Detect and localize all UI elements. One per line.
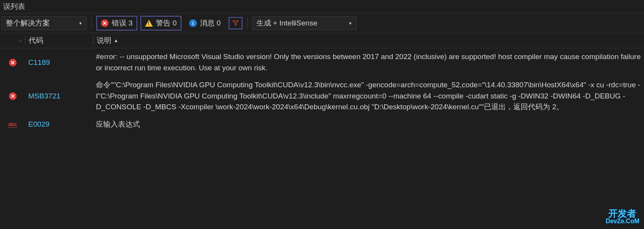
chevron-down-icon: ▼ (79, 21, 82, 25)
error-description: 应输入表达式 (93, 119, 644, 130)
messages-filter-button[interactable]: i 消息 0 (184, 16, 225, 31)
errors-count-label: 错误 3 (112, 18, 133, 28)
error-icon: ✕ (9, 92, 17, 100)
watermark-line2: DevZe.CoM (606, 218, 639, 224)
error-icon: ✕ (101, 19, 109, 27)
row-icon-cell: ✕ (0, 92, 25, 100)
source-label: 生成 + IntelliSense (256, 18, 318, 28)
chevron-down-icon: ▼ (348, 21, 352, 25)
column-header-description[interactable]: 说明 ▲ (94, 36, 644, 46)
error-code: E0029 (25, 120, 93, 129)
abc-icon: abc (8, 121, 17, 127)
row-icon-cell: ✕ (0, 59, 25, 66)
toolbar: 整个解决方案 ▼ ✕ 错误 3 警告 0 i 消息 0 生成 + Intelli… (0, 14, 644, 33)
sort-ascending-icon: ▲ (114, 38, 118, 43)
clear-filter-button[interactable] (229, 17, 243, 29)
table-row[interactable]: ✕ C1189 #error: -- unsupported Microsoft… (0, 48, 644, 76)
watermark: 开发者 DevZe.CoM (606, 209, 639, 224)
panel-title: 误列表 (0, 0, 644, 14)
column-header-code[interactable]: 代码 (26, 36, 93, 46)
error-description: 命令""C:\Program Files\NVIDIA GPU Computin… (93, 80, 644, 113)
error-icon: ✕ (9, 59, 17, 66)
scope-dropdown[interactable]: 整个解决方案 ▼ (2, 16, 87, 30)
errors-filter-button[interactable]: ✕ 错误 3 (96, 16, 137, 31)
warnings-filter-button[interactable]: 警告 0 (140, 16, 181, 31)
warning-icon (145, 20, 153, 27)
error-description: #error: -- unsupported Microsoft Visual … (93, 51, 644, 73)
info-icon: i (189, 19, 197, 27)
table-row[interactable]: abc E0029 应输入表达式 (0, 116, 644, 133)
filter-icon (232, 19, 239, 27)
column-header-description-label: 说明 (97, 36, 111, 46)
warnings-count-label: 警告 0 (156, 18, 177, 28)
source-dropdown[interactable]: 生成 + IntelliSense ▼ (252, 16, 357, 30)
watermark-line1: 开发者 (606, 209, 639, 218)
table-row[interactable]: ✕ MSB3721 命令""C:\Program Files\NVIDIA GP… (0, 76, 644, 116)
error-code: C1189 (25, 58, 93, 67)
column-header-icon[interactable]: ⎓ (0, 36, 25, 46)
divider (247, 17, 248, 29)
scope-label: 整个解决方案 (6, 18, 50, 28)
table-header: ⎓ 代码 说明 ▲ (0, 33, 644, 48)
divider (91, 17, 92, 29)
error-list-body: ✕ C1189 #error: -- unsupported Microsoft… (0, 48, 644, 133)
row-icon-cell: abc (0, 121, 25, 127)
messages-count-label: 消息 0 (200, 18, 221, 28)
error-code: MSB3721 (25, 92, 93, 100)
